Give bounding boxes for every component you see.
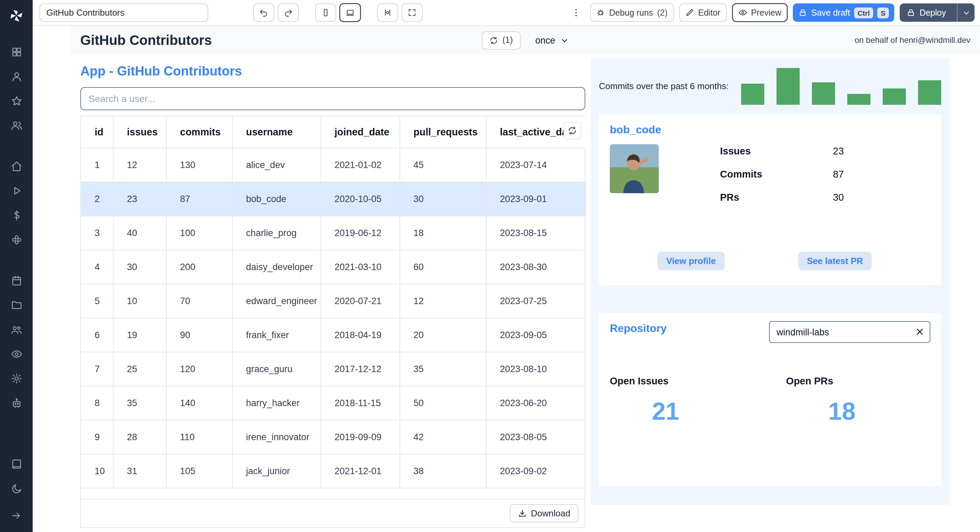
- moon-icon[interactable]: [6, 478, 27, 499]
- chart-bar: [883, 89, 906, 105]
- app-refresh-button[interactable]: (1): [482, 31, 520, 49]
- book-icon[interactable]: [6, 454, 27, 474]
- smartphone-icon: [321, 8, 330, 17]
- table-row[interactable]: 51070edward_engineer2020-07-21122023-07-…: [81, 284, 586, 318]
- bot-icon[interactable]: [6, 392, 27, 413]
- app-header: GitHub Contributors (1) once on behalf o…: [71, 26, 980, 54]
- eye-icon[interactable]: [6, 343, 27, 364]
- column-header-commits[interactable]: commits: [166, 116, 232, 148]
- avatar: [610, 144, 659, 193]
- column-header-issues[interactable]: issues: [113, 116, 166, 148]
- table-row[interactable]: 340100charlie_prog2019-06-12182023-08-15: [81, 216, 586, 250]
- undo-icon: [259, 8, 268, 17]
- sidebar: [0, 0, 33, 532]
- align-center-icon: [383, 8, 392, 17]
- table-row[interactable]: 928110irene_innovator2019-09-09422023-08…: [81, 420, 586, 454]
- undo-button[interactable]: [253, 3, 274, 22]
- redo-icon: [284, 8, 293, 17]
- download-label: Download: [531, 508, 570, 518]
- table-row[interactable]: 112130alice_dev2021-01-02452023-07-14: [81, 148, 586, 182]
- deploy-button[interactable]: Deploy: [900, 3, 975, 22]
- team-icon[interactable]: [6, 319, 27, 340]
- schedule-value: once: [535, 35, 555, 45]
- open-prs-label: Open PRs: [786, 376, 930, 386]
- laptop-icon: [346, 8, 355, 17]
- open-prs-metric: Open PRs 18: [786, 376, 930, 426]
- app-canvas: App - GitHub Contributors idissuescommit…: [71, 54, 980, 532]
- open-issues-label: Open Issues: [610, 376, 786, 386]
- column-header-joined_date[interactable]: joined_date: [321, 116, 399, 148]
- column-header-pull_requests[interactable]: pull_requests: [399, 116, 486, 148]
- expand-sidebar-icon[interactable]: [6, 506, 27, 525]
- more-options-button[interactable]: [568, 8, 585, 18]
- contributors-table: idissuescommitsusernamejoined_datepull_r…: [80, 116, 585, 527]
- preview-label: Preview: [751, 8, 781, 17]
- refresh-count: (1): [502, 35, 513, 45]
- open-prs-value: 18: [786, 397, 930, 426]
- table-row[interactable]: 430200daisy_developer2021-03-10602023-08…: [81, 250, 586, 284]
- expand-canvas-button[interactable]: [401, 3, 423, 22]
- mobile-view-button[interactable]: [315, 3, 336, 22]
- user-card: bob_code: [599, 114, 941, 285]
- table-footer: Download: [81, 499, 585, 527]
- repo-input-wrap: [769, 321, 930, 343]
- chart-bar: [918, 80, 941, 105]
- download-button[interactable]: Download: [510, 504, 579, 522]
- windmill-app-editor: Debug runs (2) Editor Preview Save draft…: [0, 0, 980, 532]
- right-panel: Commits over the past 6 months: bob_code: [591, 59, 950, 505]
- page-title: GitHub Contributors: [80, 32, 212, 48]
- debug-runs-button[interactable]: Debug runs (2): [590, 3, 674, 22]
- table-row[interactable]: 725120grace_guru2017-12-12352023-08-10: [81, 352, 586, 386]
- users-icon[interactable]: [6, 115, 27, 135]
- align-center-button[interactable]: [377, 3, 398, 22]
- chart-bar: [776, 68, 800, 105]
- table-row[interactable]: 835140harry_hacker2018-11-15502023-06-20: [81, 386, 586, 420]
- repository-input[interactable]: [769, 321, 930, 343]
- app-name-input[interactable]: [40, 3, 208, 22]
- table-row[interactable]: 22387bob_code2020-10-05302023-09-01: [81, 182, 586, 216]
- star-icon[interactable]: [6, 91, 27, 111]
- deploy-dropdown-button[interactable]: [957, 3, 975, 22]
- chart-bar: [847, 94, 870, 105]
- redo-button[interactable]: [278, 3, 299, 22]
- editor-toolbar: Debug runs (2) Editor Preview Save draft…: [33, 0, 980, 26]
- clear-input-icon[interactable]: [915, 327, 925, 340]
- table-row[interactable]: 61990frank_fixer2018-04-19202023-09-05: [81, 318, 586, 352]
- user-icon[interactable]: [6, 66, 27, 86]
- commits-chart: Commits over the past 6 months:: [599, 67, 941, 105]
- pencil-icon: [685, 8, 694, 17]
- view-profile-button[interactable]: View profile: [657, 252, 724, 270]
- table-row[interactable]: 1031105jack_junior2021-12-01382023-09-02: [81, 454, 586, 488]
- see-latest-pr-button[interactable]: See latest PR: [798, 252, 872, 270]
- chevron-down-icon: [962, 8, 970, 17]
- calendar-icon[interactable]: [6, 270, 27, 291]
- stat-commits: Commits 87: [720, 169, 844, 179]
- grid-icon[interactable]: [6, 41, 27, 62]
- preview-tab-button[interactable]: Preview: [732, 3, 788, 22]
- left-column: App - GitHub Contributors idissuescommit…: [71, 54, 585, 532]
- save-draft-button[interactable]: Save draft Ctrl S: [793, 3, 894, 22]
- schedule-select[interactable]: once: [535, 35, 569, 45]
- dollar-icon[interactable]: [6, 205, 27, 225]
- debug-runs-count: (2): [657, 8, 668, 17]
- windmill-logo[interactable]: [0, 0, 33, 31]
- table-refresh-button[interactable]: [563, 122, 581, 140]
- open-issues-metric: Open Issues 21: [610, 376, 786, 426]
- user-stats: Issues 23 Commits 87 PRs 30: [720, 144, 844, 215]
- user-search-input[interactable]: [80, 87, 585, 110]
- gear-icon[interactable]: [6, 368, 27, 389]
- table-empty-row: [81, 488, 585, 499]
- lock-icon: [798, 8, 807, 17]
- layout-tools-group: [377, 3, 423, 22]
- play-icon[interactable]: [6, 180, 27, 201]
- column-header-username[interactable]: username: [232, 116, 321, 148]
- desktop-view-button[interactable]: [340, 3, 361, 22]
- column-header-id[interactable]: id: [81, 116, 113, 148]
- bug-icon: [596, 8, 605, 17]
- flower-icon[interactable]: [6, 229, 27, 250]
- sidebar-group-tools: [6, 268, 27, 415]
- folder-icon[interactable]: [6, 295, 27, 315]
- home-icon[interactable]: [6, 156, 27, 176]
- editor-tab-button[interactable]: Editor: [679, 3, 727, 22]
- fullscreen-icon: [408, 8, 417, 17]
